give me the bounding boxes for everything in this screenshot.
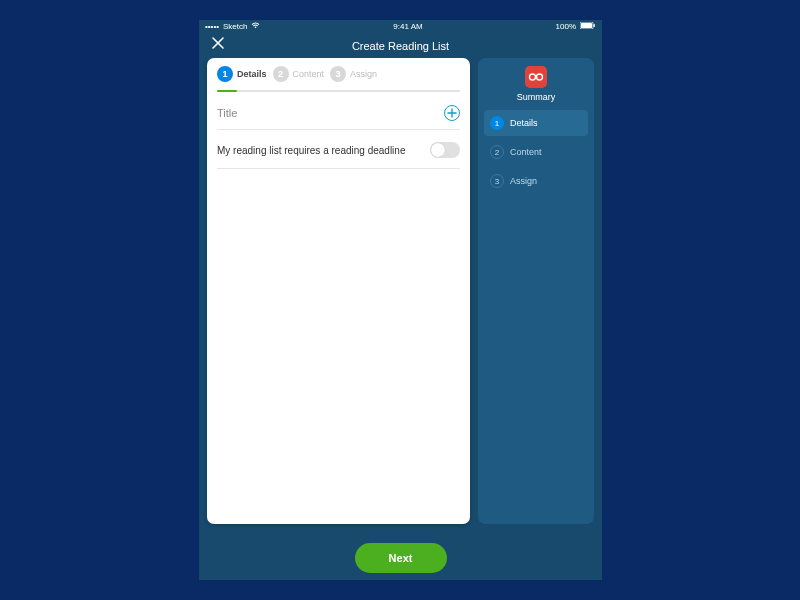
step-details[interactable]: 1 Details (217, 66, 267, 82)
status-bar: ••••• Sketch 9:41 AM 100% (199, 20, 602, 33)
summary-header: Summary (484, 66, 588, 102)
status-left: ••••• Sketch (205, 22, 260, 31)
progress-track (217, 90, 460, 92)
summary-item-label: Assign (510, 176, 537, 186)
summary-item-number: 3 (490, 174, 504, 188)
next-button[interactable]: Next (355, 543, 447, 573)
summary-title: Summary (517, 92, 556, 102)
title-field-row: Title (217, 105, 460, 130)
step-label: Content (293, 69, 325, 79)
deadline-toggle[interactable] (430, 142, 460, 158)
summary-item-content[interactable]: 2 Content (484, 139, 588, 165)
svg-rect-2 (594, 24, 595, 27)
main-card-spacer (217, 169, 460, 514)
step-label: Details (237, 69, 267, 79)
add-title-button[interactable] (444, 105, 460, 121)
deadline-label: My reading list requires a reading deadl… (217, 145, 405, 156)
carrier-label: Sketch (223, 22, 247, 31)
svg-rect-1 (581, 23, 592, 28)
summary-panel: Summary 1 Details 2 Content 3 Assign (478, 58, 594, 524)
title-label: Title (217, 107, 237, 119)
svg-point-4 (537, 74, 543, 80)
step-number: 3 (330, 66, 346, 82)
step-assign[interactable]: 3 Assign (330, 66, 377, 82)
deadline-row: My reading list requires a reading deadl… (217, 142, 460, 169)
summary-item-number: 1 (490, 116, 504, 130)
battery-icon (580, 22, 596, 31)
step-number: 2 (273, 66, 289, 82)
battery-text: 100% (556, 22, 576, 31)
summary-item-assign[interactable]: 3 Assign (484, 168, 588, 194)
toggle-knob (431, 143, 445, 157)
step-number: 1 (217, 66, 233, 82)
main-card: 1 Details 2 Content 3 Assign Title (207, 58, 470, 524)
step-content[interactable]: 2 Content (273, 66, 325, 82)
plus-icon (447, 108, 457, 118)
glasses-icon (525, 66, 547, 88)
step-label: Assign (350, 69, 377, 79)
app-window: ••••• Sketch 9:41 AM 100% Create Reading… (199, 20, 602, 580)
summary-item-number: 2 (490, 145, 504, 159)
content-area: 1 Details 2 Content 3 Assign Title (199, 58, 602, 536)
footer: Next (199, 536, 602, 580)
summary-item-label: Content (510, 147, 542, 157)
signal-dots: ••••• (205, 22, 219, 31)
wifi-icon (251, 22, 260, 31)
close-icon[interactable] (211, 36, 225, 52)
toggle-track (430, 142, 460, 158)
summary-item-label: Details (510, 118, 538, 128)
summary-item-details[interactable]: 1 Details (484, 110, 588, 136)
status-right: 100% (556, 22, 596, 31)
progress-fill (217, 90, 237, 92)
stepper: 1 Details 2 Content 3 Assign (217, 66, 460, 82)
page-title: Create Reading List (352, 40, 449, 52)
svg-point-3 (530, 74, 536, 80)
clock: 9:41 AM (393, 22, 422, 31)
nav-header: Create Reading List (199, 33, 602, 58)
